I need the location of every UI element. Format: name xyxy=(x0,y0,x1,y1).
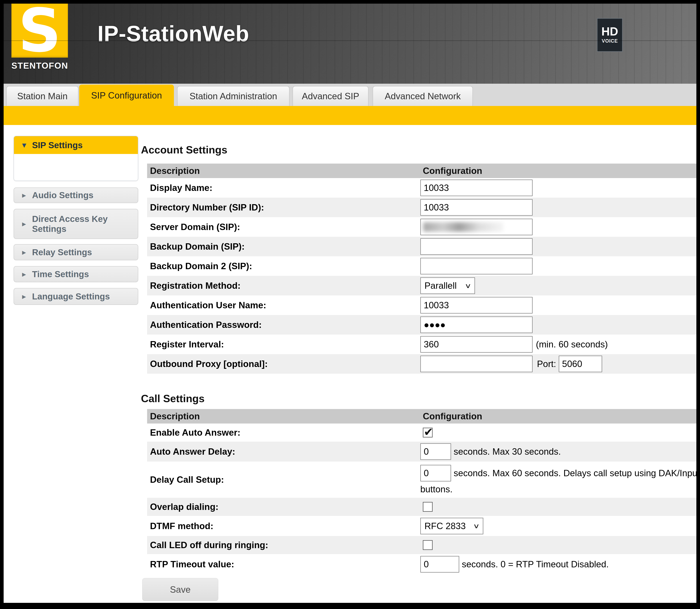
port-label: Port: xyxy=(537,359,556,369)
table-header-row: Description Configuration xyxy=(147,409,696,423)
sidebar-sip-settings-header[interactable]: ▼ SIP Settings xyxy=(14,136,138,154)
table-row-delay-call-setup: Delay Call Setup: seconds. Max 60 second… xyxy=(147,462,696,498)
selected-option: RFC 2833 xyxy=(424,521,466,531)
account-settings-table: Description Configuration Display Name: … xyxy=(147,163,696,374)
row-label: Enable Auto Answer: xyxy=(150,427,240,438)
logo-letter: S xyxy=(18,4,61,57)
authentication-user-name-input[interactable] xyxy=(420,297,532,314)
table-row-server-domain: Server Domain (SIP): xyxy=(147,217,696,237)
table-header-row: Description Configuration xyxy=(147,163,696,178)
backup-domain-input[interactable] xyxy=(420,238,532,255)
sidebar-item-language-settings[interactable]: ▶ Language Settings xyxy=(14,288,138,305)
row-label: Backup Domain (SIP): xyxy=(150,241,245,252)
sidebar-item-label: Direct Access Key Settings xyxy=(32,214,138,234)
stentofon-logo-icon: S xyxy=(12,4,68,57)
sidebar-sip-settings-panel xyxy=(14,154,138,181)
tab-sip-configuration[interactable]: SIP Configuration xyxy=(79,85,174,106)
table-row-enable-auto-answer: Enable Auto Answer: ✔ xyxy=(147,423,696,441)
triangle-right-icon: ▶ xyxy=(22,293,26,299)
sidebar-item-sip-settings[interactable]: ▼ SIP Settings xyxy=(14,136,138,181)
row-label: Overlap dialing: xyxy=(150,502,218,512)
content-area: ▼ SIP Settings ▶ Audio Settings ▶ Direct… xyxy=(4,125,696,603)
check-icon: ✔ xyxy=(424,425,433,438)
overlap-dialing-checkbox[interactable]: ✔ xyxy=(423,502,433,512)
save-button[interactable]: Save xyxy=(142,578,218,601)
column-header-description: Description xyxy=(147,411,420,421)
registration-method-select[interactable]: Parallell ∨ xyxy=(420,277,475,294)
display-name-input[interactable] xyxy=(420,179,532,196)
sidebar-item-label: Audio Settings xyxy=(32,190,99,200)
column-header-configuration: Configuration xyxy=(420,411,696,421)
dtmf-method-select[interactable]: RFC 2833 ∨ xyxy=(420,518,483,534)
active-tab-band xyxy=(4,106,696,125)
tab-advanced-sip[interactable]: Advanced SIP xyxy=(293,86,368,106)
delay-call-setup-input[interactable] xyxy=(420,465,451,482)
rtp-timeout-input[interactable] xyxy=(420,556,459,573)
app-header: S STENTOFON IP-StationWeb HD VOICE xyxy=(4,4,696,84)
sidebar-item-audio-settings[interactable]: ▶ Audio Settings xyxy=(14,188,138,203)
tab-station-main[interactable]: Station Main xyxy=(6,86,78,106)
sidebar-item-time-settings[interactable]: ▶ Time Settings xyxy=(14,266,138,282)
authentication-password-input[interactable] xyxy=(420,316,532,333)
ip-stationweb-page: S STENTOFON IP-StationWeb HD VOICE Stati… xyxy=(0,0,700,609)
row-label: Register Interval: xyxy=(150,339,224,350)
sidebar-item-label: Language Settings xyxy=(32,292,115,301)
table-row-backup-domain-2: Backup Domain 2 (SIP): xyxy=(147,256,696,276)
row-label: RTP Timeout value: xyxy=(150,559,234,570)
table-row-authentication-password: Authentication Password: xyxy=(147,315,696,334)
table-row-display-name: Display Name: xyxy=(147,178,696,198)
call-led-off-checkbox[interactable]: ✔ xyxy=(423,540,433,550)
auto-answer-delay-input[interactable] xyxy=(420,443,451,460)
table-row-register-interval: Register Interval: (min. 60 seconds) xyxy=(147,334,696,354)
auto-answer-delay-note: seconds. Max 30 seconds. xyxy=(454,446,561,457)
row-label: DTMF method: xyxy=(150,521,213,531)
outbound-proxy-input[interactable] xyxy=(420,355,532,372)
row-label: Outbound Proxy [optional]: xyxy=(150,359,268,369)
account-settings-heading: Account Settings xyxy=(141,144,227,156)
backup-domain-2-input[interactable] xyxy=(420,258,532,275)
table-row-rtp-timeout: RTP Timeout value: seconds. 0 = RTP Time… xyxy=(147,554,696,574)
tab-advanced-network[interactable]: Advanced Network xyxy=(373,86,473,106)
register-interval-input[interactable] xyxy=(420,336,532,353)
app-title: IP-StationWeb xyxy=(98,21,249,46)
sidebar-item-label: Time Settings xyxy=(32,269,94,279)
register-interval-note: (min. 60 seconds) xyxy=(536,339,608,350)
hd-badge-line1: HD xyxy=(601,26,618,37)
column-header-description: Description xyxy=(147,166,420,176)
row-label: Directory Number (SIP ID): xyxy=(150,202,264,213)
table-row-authentication-user-name: Authentication User Name: xyxy=(147,295,696,315)
sidebar-item-relay-settings[interactable]: ▶ Relay Settings xyxy=(14,244,138,260)
table-row-registration-method: Registration Method: Parallell ∨ xyxy=(147,276,696,295)
triangle-right-icon: ▶ xyxy=(22,221,26,227)
sidebar-item-direct-access-key-settings[interactable]: ▶ Direct Access Key Settings xyxy=(14,209,138,239)
triangle-right-icon: ▶ xyxy=(22,192,26,198)
row-label: Delay Call Setup: xyxy=(150,474,224,485)
chevron-down-icon: ∨ xyxy=(465,282,471,290)
row-label: Authentication Password: xyxy=(150,319,262,330)
row-label: Backup Domain 2 (SIP): xyxy=(150,261,252,271)
table-row-dtmf-method: DTMF method: RFC 2833 ∨ xyxy=(147,516,696,536)
call-settings-table: Description Configuration Enable Auto An… xyxy=(147,409,696,574)
server-domain-input[interactable] xyxy=(420,219,532,235)
chevron-down-icon: ∨ xyxy=(473,522,480,530)
rtp-timeout-note: seconds. 0 = RTP Timeout Disabled. xyxy=(462,559,609,570)
selected-option: Parallell xyxy=(424,280,457,291)
tab-station-administration[interactable]: Station Administration xyxy=(177,86,290,106)
table-row-auto-answer-delay: Auto Answer Delay: seconds. Max 30 secon… xyxy=(147,441,696,462)
triangle-down-icon: ▼ xyxy=(22,142,26,149)
hd-voice-badge: HD VOICE xyxy=(597,18,623,52)
enable-auto-answer-checkbox[interactable]: ✔ xyxy=(423,428,433,437)
call-settings-heading: Call Settings xyxy=(141,393,205,404)
table-row-backup-domain: Backup Domain (SIP): xyxy=(147,237,696,256)
brand-name: STENTOFON xyxy=(12,61,68,71)
row-label: Call LED off during ringing: xyxy=(150,540,268,550)
row-label: Server Domain (SIP): xyxy=(150,222,240,232)
tab-bar: Station Main SIP Configuration Station A… xyxy=(4,84,696,106)
column-header-configuration: Configuration xyxy=(420,166,696,176)
row-label: Auto Answer Delay: xyxy=(150,446,235,457)
table-row-call-led-off: Call LED off during ringing: ✔ xyxy=(147,536,696,554)
sidebar-item-label: SIP Settings xyxy=(32,140,83,150)
outbound-proxy-port-input[interactable] xyxy=(559,355,602,372)
row-label: Registration Method: xyxy=(150,280,241,291)
directory-number-input[interactable] xyxy=(420,199,532,216)
